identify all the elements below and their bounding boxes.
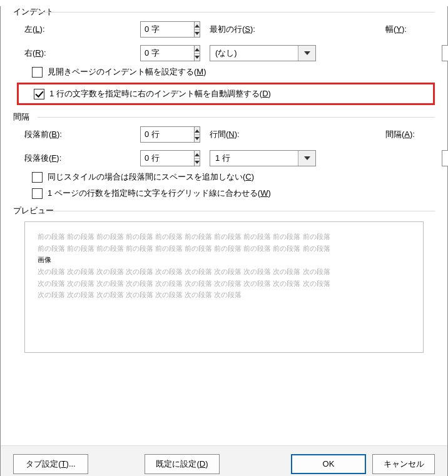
space-after-label: 段落後(F): (24, 153, 140, 164)
spin-up-icon[interactable] (195, 22, 200, 29)
line-spacing-label: 行間(N): (210, 129, 316, 140)
indent-right-spinner[interactable] (140, 45, 200, 61)
cancel-button[interactable]: キャンセル (372, 454, 435, 474)
highlighted-auto-indent: 1 行の文字数を指定時に右のインデント幅を自動調整する(D) (17, 83, 435, 105)
space-before-input[interactable] (140, 126, 194, 143)
snap-grid-label: 1 ページの行数を指定時に文字を行グリッド線に合わせる(W) (48, 188, 271, 199)
section-title-preview: プレビュー (13, 205, 435, 216)
indent-right-input[interactable] (140, 45, 194, 61)
button-bar: タブ設定(T)... 既定に設定(D) OK キャンセル (1, 445, 447, 476)
indent-grid: 左(L): 最初の行(S): 幅(Y): 右(R): (13, 21, 435, 61)
preview-content: 前の段落 前の段落 前の段落 前の段落 前の段落 前の段落 前の段落 前の段落 … (38, 231, 410, 301)
preview-box: 前の段落 前の段落 前の段落 前の段落 前の段落 前の段落 前の段落 前の段落 … (24, 221, 424, 353)
snap-grid-row[interactable]: 1 ページの行数を指定時に文字を行グリッド線に合わせる(W) (13, 188, 435, 199)
same-style-space-checkbox[interactable] (32, 172, 43, 183)
same-style-space-label: 同じスタイルの場合は段落間にスペースを追加しない(C) (48, 171, 254, 183)
line-spacing-select-value: 1 行 (210, 151, 298, 166)
tabs-button[interactable]: タブ設定(T)... (13, 454, 88, 474)
first-line-select[interactable]: (なし) (210, 45, 316, 61)
indent-left-label: 左(L): (24, 24, 140, 35)
first-line-select-value: (なし) (210, 46, 298, 61)
chevron-down-icon[interactable] (298, 46, 315, 61)
indent-width-label: 幅(Y): (385, 24, 442, 35)
indent-left-spinner[interactable] (140, 21, 200, 38)
snap-grid-checkbox[interactable] (32, 188, 43, 199)
section-title-spacing: 間隔 (13, 111, 435, 123)
ok-button[interactable]: OK (291, 454, 366, 474)
spacing-at-spinner[interactable] (442, 150, 448, 166)
auto-indent-checkbox[interactable] (34, 89, 44, 99)
space-after-input[interactable] (140, 150, 194, 166)
spin-up-icon[interactable] (195, 151, 200, 158)
space-before-label: 段落前(B): (24, 129, 140, 140)
spin-down-icon[interactable] (195, 53, 200, 61)
spacing-at-input[interactable] (442, 150, 448, 166)
space-after-spinner[interactable] (140, 150, 200, 166)
auto-indent-label: 1 行の文字数を指定時に右のインデント幅を自動調整する(D) (49, 88, 271, 99)
spin-down-icon[interactable] (195, 134, 200, 142)
spacing-grid: 段落前(B): 行間(N): 間隔(A): 段落後(F): (13, 126, 435, 166)
first-line-label: 最初の行(S): (210, 24, 316, 35)
same-style-space-row[interactable]: 同じスタイルの場合は段落間にスペースを追加しない(C) (13, 171, 435, 183)
spin-up-icon[interactable] (195, 127, 200, 134)
auto-indent-row[interactable]: 1 行の文字数を指定時に右のインデント幅を自動調整する(D) (34, 88, 430, 99)
chevron-down-icon[interactable] (298, 151, 315, 166)
section-title-indent: インデント (13, 6, 435, 18)
space-before-spinner[interactable] (140, 126, 200, 143)
spin-down-icon[interactable] (195, 158, 200, 166)
spin-up-icon[interactable] (195, 46, 200, 53)
mirror-indent-label: 見開きページのインデント幅を設定する(M) (48, 66, 206, 78)
set-default-button[interactable]: 既定に設定(D) (145, 454, 220, 474)
indent-width-spinner[interactable] (442, 45, 448, 61)
spin-down-icon[interactable] (195, 29, 200, 37)
line-spacing-select[interactable]: 1 行 (210, 150, 316, 166)
indent-left-input[interactable] (140, 21, 194, 38)
mirror-indent-checkbox[interactable] (32, 67, 43, 78)
paragraph-dialog: インデント 左(L): 最初の行(S): 幅(Y): 右(R): (0, 6, 448, 476)
indent-width-input[interactable] (442, 45, 448, 61)
spacing-at-label: 間隔(A): (385, 129, 442, 140)
indent-right-label: 右(R): (24, 48, 140, 59)
mirror-indent-row[interactable]: 見開きページのインデント幅を設定する(M) (13, 66, 435, 78)
